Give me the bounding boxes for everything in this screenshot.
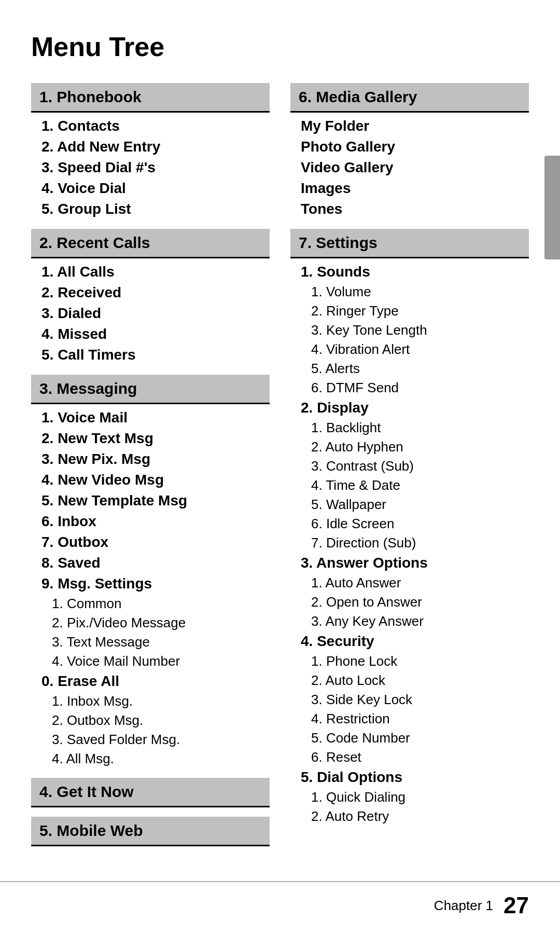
list-item: 3. Answer Options (290, 553, 529, 573)
list-item: 5. Wallpaper (290, 495, 529, 514)
list-item: 2. Display (290, 397, 529, 418)
list-item: 1. Contacts (31, 116, 270, 136)
section-header-get-it-now: 4. Get It Now (31, 778, 270, 807)
list-item: 2. Open to Answer (290, 593, 529, 612)
section-get-it-now: 4. Get It Now (31, 778, 270, 807)
list-item: 3. Contrast (Sub) (290, 457, 529, 476)
list-item: 5. New Template Msg (31, 490, 270, 511)
list-item: 0. Erase All (31, 671, 270, 692)
section-header-settings: 7. Settings (290, 229, 529, 258)
list-item: 2. Ringer Type (290, 301, 529, 321)
list-item: 2. Add New Entry (31, 136, 270, 157)
list-item: 2. Auto Hyphen (290, 437, 529, 457)
page-title: Menu Tree (31, 31, 529, 62)
list-item: 4. New Video Msg (31, 470, 270, 490)
list-item: My Folder (290, 116, 529, 136)
section-header-mobile-web: 5. Mobile Web (31, 817, 270, 846)
section-messaging: 3. Messaging 1. Voice Mail 2. New Text M… (31, 375, 270, 768)
list-item: 6. Inbox (31, 511, 270, 532)
list-item: 2. Auto Lock (290, 671, 529, 690)
list-item: 4. Vibration Alert (290, 340, 529, 359)
section-header-messaging: 3. Messaging (31, 375, 270, 404)
list-item: 3. Saved Folder Msg. (31, 730, 270, 749)
list-item: 7. Outbox (31, 532, 270, 553)
scrollbar[interactable] (544, 156, 560, 259)
list-item: Video Gallery (290, 157, 529, 178)
list-item: 4. All Msg. (31, 749, 270, 768)
list-item: 2. Pix./Video Message (31, 613, 270, 633)
section-header-media-gallery: 6. Media Gallery (290, 83, 529, 113)
list-item: 2. New Text Msg (31, 428, 270, 449)
list-item: 1. Inbox Msg. (31, 692, 270, 711)
list-item: 4. Missed (31, 324, 270, 345)
list-item: 3. Key Tone Length (290, 321, 529, 340)
list-item: 5. Group List (31, 199, 270, 219)
list-item: 5. Alerts (290, 359, 529, 378)
footer-page-number: 27 (503, 892, 529, 918)
list-item: 1. Auto Answer (290, 573, 529, 593)
section-header-phonebook: 1. Phonebook (31, 83, 270, 113)
list-item: 8. Saved (31, 553, 270, 573)
list-item: 3. New Pix. Msg (31, 449, 270, 470)
list-item: Photo Gallery (290, 136, 529, 157)
page-footer: Chapter 1 27 (0, 881, 560, 918)
list-item: 1. Quick Dialing (290, 788, 529, 807)
list-item: 1. Voice Mail (31, 407, 270, 428)
list-item: 2. Received (31, 282, 270, 303)
list-item: 5. Call Timers (31, 345, 270, 365)
list-item: 4. Restriction (290, 709, 529, 729)
list-item: Images (290, 178, 529, 199)
section-settings: 7. Settings 1. Sounds 1. Volume 2. Ringe… (290, 229, 529, 826)
list-item: 3. Text Message (31, 633, 270, 652)
section-header-recent-calls: 2. Recent Calls (31, 229, 270, 258)
list-item: 4. Time & Date (290, 476, 529, 495)
list-item: 2. Outbox Msg. (31, 711, 270, 730)
list-item: 1. Backlight (290, 418, 529, 437)
list-item: 5. Code Number (290, 729, 529, 748)
list-item: 7. Direction (Sub) (290, 533, 529, 553)
list-item: 4. Voice Mail Number (31, 652, 270, 671)
list-item: 6. DTMF Send (290, 378, 529, 397)
section-media-gallery: 6. Media Gallery My Folder Photo Gallery… (290, 83, 529, 219)
left-column: 1. Phonebook 1. Contacts 2. Add New Entr… (31, 83, 270, 856)
list-item: 5. Dial Options (290, 767, 529, 788)
list-item: 1. Volume (290, 282, 529, 301)
list-item: 1. All Calls (31, 262, 270, 282)
list-item: 6. Reset (290, 748, 529, 767)
list-item: 9. Msg. Settings (31, 573, 270, 594)
list-item: 3. Any Key Answer (290, 612, 529, 631)
list-item: 6. Idle Screen (290, 514, 529, 533)
list-item: 4. Security (290, 631, 529, 652)
section-mobile-web: 5. Mobile Web (31, 817, 270, 846)
list-item: 1. Sounds (290, 262, 529, 282)
footer-chapter-label: Chapter 1 (434, 898, 493, 914)
section-recent-calls: 2. Recent Calls 1. All Calls 2. Received… (31, 229, 270, 365)
list-item: 3. Dialed (31, 303, 270, 324)
two-column-layout: 1. Phonebook 1. Contacts 2. Add New Entr… (31, 83, 529, 856)
list-item: 1. Common (31, 594, 270, 613)
list-item: 3. Side Key Lock (290, 690, 529, 709)
list-item: 3. Speed Dial #'s (31, 157, 270, 178)
list-item: 4. Voice Dial (31, 178, 270, 199)
section-phonebook: 1. Phonebook 1. Contacts 2. Add New Entr… (31, 83, 270, 219)
right-column: 6. Media Gallery My Folder Photo Gallery… (290, 83, 529, 835)
list-item: 2. Auto Retry (290, 807, 529, 826)
list-item: Tones (290, 199, 529, 219)
list-item: 1. Phone Lock (290, 652, 529, 671)
